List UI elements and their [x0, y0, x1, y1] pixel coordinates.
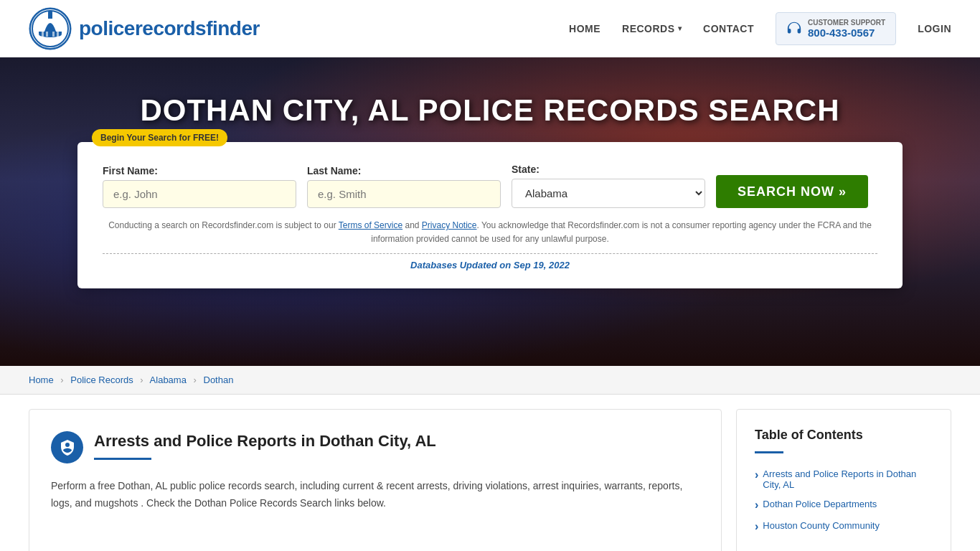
breadcrumb: Home › Police Records › Alabama › Dothan	[0, 366, 980, 395]
first-name-label: First Name:	[103, 165, 296, 176]
last-name-label: Last Name:	[307, 165, 501, 176]
first-name-group: First Name:	[103, 165, 296, 208]
shield-badge-icon	[59, 439, 76, 456]
support-label: CUSTOMER SUPPORT	[808, 19, 885, 27]
support-number: 800-433-0567	[808, 27, 875, 39]
last-name-group: Last Name:	[307, 165, 501, 208]
privacy-link[interactable]: Privacy Notice	[422, 220, 477, 230]
hero-section: DOTHAN CITY, AL POLICE RECORDS SEARCH Be…	[0, 57, 980, 366]
nav-records[interactable]: RECORDS ▾	[622, 23, 682, 34]
logo-text: policerecordsfinder	[79, 17, 260, 40]
db-updated: Databases Updated on Sep 19, 2022	[103, 253, 877, 270]
state-select[interactable]: Alabama Alaska Arizona Arkansas Californ…	[512, 179, 705, 208]
state-group: State: Alabama Alaska Arizona Arkansas C…	[512, 164, 705, 208]
search-button[interactable]: SEARCH NOW »	[716, 175, 868, 208]
article-title: Arrests and Police Reports in Dothan Cit…	[94, 431, 436, 452]
article-title-underline	[94, 458, 151, 460]
breadcrumb-sep-2: ›	[140, 375, 143, 385]
sidebar: Table of Contents Arrests and Police Rep…	[736, 409, 951, 551]
logo-icon	[29, 7, 72, 50]
toc-underline	[755, 451, 783, 453]
nav-login[interactable]: LOGIN	[918, 23, 951, 34]
free-badge: Begin Your Search for FREE!	[92, 129, 227, 146]
toc-title: Table of Contents	[755, 428, 933, 443]
search-form-row: First Name: Last Name: State: Alabama Al…	[103, 164, 877, 208]
hero-title: DOTHAN CITY, AL POLICE RECORDS SEARCH	[140, 93, 839, 128]
main-content: Arrests and Police Reports in Dothan Cit…	[29, 409, 722, 551]
breadcrumb-sep-1: ›	[60, 375, 63, 385]
badge-icon	[51, 431, 83, 463]
svg-rect-8	[46, 32, 48, 37]
headset-icon	[786, 21, 802, 37]
svg-rect-9	[52, 32, 55, 37]
content-area: Arrests and Police Reports in Dothan Cit…	[0, 395, 980, 551]
nav-home[interactable]: HOME	[569, 23, 600, 34]
article-header: Arrests and Police Reports in Dothan Cit…	[51, 431, 699, 463]
state-label: State:	[512, 164, 705, 175]
toc-list: Arrests and Police Reports in Dothan Cit…	[755, 464, 933, 537]
breadcrumb-sep-3: ›	[194, 375, 197, 385]
svg-point-6	[48, 10, 52, 14]
nav-contact[interactable]: CONTACT	[703, 23, 754, 34]
article-title-group: Arrests and Police Reports in Dothan Cit…	[94, 431, 436, 460]
breadcrumb-state[interactable]: Alabama	[150, 375, 187, 385]
disclaimer-text: Conducting a search on Recordsfinder.com…	[103, 219, 877, 246]
toc-item-3[interactable]: Houston County Community	[755, 516, 933, 537]
svg-rect-10	[57, 32, 59, 37]
last-name-input[interactable]	[307, 180, 501, 208]
search-card: Begin Your Search for FREE! First Name: …	[77, 142, 903, 288]
terms-link[interactable]: Terms of Service	[339, 220, 402, 230]
toc-item-2[interactable]: Dothan Police Departments	[755, 494, 933, 516]
chevron-down-icon: ▾	[678, 24, 682, 32]
main-nav: HOME RECORDS ▾ CONTACT CUSTOMER SUPPORT …	[569, 12, 951, 45]
support-text: CUSTOMER SUPPORT 800-433-0567	[808, 19, 885, 39]
first-name-input[interactable]	[103, 180, 296, 208]
breadcrumb-city[interactable]: Dothan	[204, 375, 234, 385]
breadcrumb-police-records[interactable]: Police Records	[70, 375, 133, 385]
customer-support-button[interactable]: CUSTOMER SUPPORT 800-433-0567	[776, 12, 896, 45]
toc-item-1[interactable]: Arrests and Police Reports in Dothan Cit…	[755, 464, 933, 494]
breadcrumb-home[interactable]: Home	[29, 375, 54, 385]
article-body: Perform a free Dothan, AL public police …	[51, 478, 699, 512]
logo[interactable]: policerecordsfinder	[29, 7, 260, 50]
site-header: policerecordsfinder HOME RECORDS ▾ CONTA…	[0, 0, 980, 57]
svg-rect-7	[42, 32, 44, 37]
